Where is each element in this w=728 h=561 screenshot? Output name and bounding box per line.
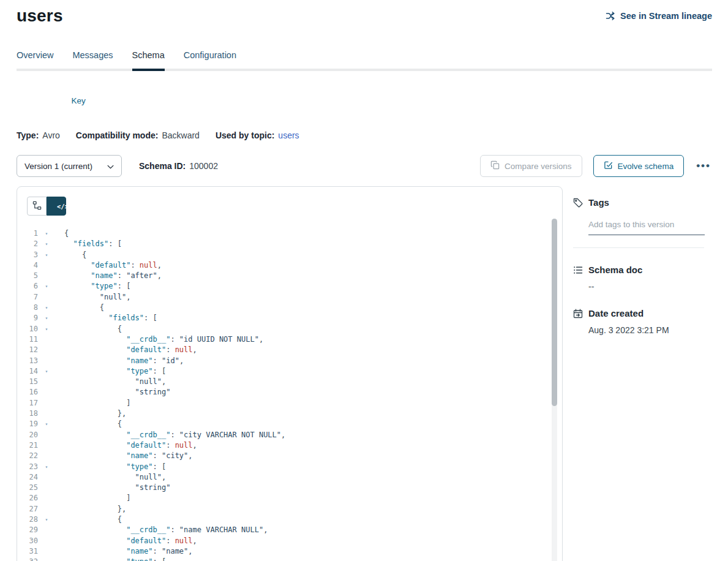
- code-text: "name": "city",: [51, 451, 193, 461]
- code-text: },: [51, 504, 126, 514]
- code-line: 5 "name": "after",: [17, 271, 562, 281]
- fold-arrow-icon[interactable]: ▾: [42, 324, 51, 334]
- code-line: 18 },: [17, 409, 562, 419]
- line-number: 16: [17, 387, 38, 397]
- code-text: "null",: [51, 377, 166, 387]
- fold-arrow-icon[interactable]: ▾: [42, 313, 51, 323]
- code-text: "type": [: [51, 462, 166, 472]
- evolve-schema-button[interactable]: Evolve schema: [593, 155, 685, 177]
- code-line: 24 "null",: [17, 472, 562, 483]
- fold-spacer: [42, 377, 51, 387]
- scrollbar-thumb[interactable]: [552, 219, 557, 406]
- fold-spacer: [42, 260, 51, 271]
- line-number: 23: [17, 462, 38, 472]
- code-text: "fields": [: [51, 313, 157, 323]
- fold-arrow-icon[interactable]: ▾: [42, 366, 51, 377]
- key-toggle-button[interactable]: Key: [68, 91, 89, 110]
- fold-arrow-icon[interactable]: ▾: [42, 303, 51, 313]
- date-created-value: Aug. 3 2022 3:21 PM: [588, 325, 712, 335]
- fold-arrow-icon[interactable]: ▾: [42, 557, 51, 561]
- fold-arrow-icon[interactable]: ▾: [42, 462, 51, 472]
- fold-spacer: [42, 345, 51, 355]
- code-line: 28▾ {: [17, 514, 562, 525]
- code-view-button[interactable]: </>: [47, 197, 66, 216]
- tree-view-button[interactable]: [27, 197, 47, 216]
- line-number: 1: [17, 228, 38, 239]
- schema-doc-heading: Schema doc: [588, 265, 642, 275]
- code-text: "__crdb__": "name VARCHAR NULL",: [51, 525, 268, 535]
- scrollbar-track[interactable]: [552, 219, 557, 561]
- tags-input[interactable]: [588, 219, 705, 235]
- code-text: "type": [: [51, 366, 166, 377]
- line-number: 31: [17, 546, 38, 557]
- tab-bar: Overview Messages Schema Configuration: [17, 50, 712, 71]
- code-text: "null",: [51, 472, 166, 483]
- fold-arrow-icon[interactable]: ▾: [42, 419, 51, 429]
- fold-spacer: [42, 451, 51, 461]
- line-number: 21: [17, 440, 38, 451]
- tag-icon: [573, 198, 583, 208]
- line-number: 8: [17, 303, 38, 313]
- fold-arrow-icon[interactable]: ▾: [42, 239, 51, 249]
- code-line: 15 "null",: [17, 377, 562, 387]
- code-line: 13 "name": "id",: [17, 356, 562, 366]
- more-options-button[interactable]: •••: [695, 159, 712, 173]
- code-text: {: [51, 514, 122, 525]
- code-line: 31 "name": "name",: [17, 546, 562, 557]
- fold-arrow-icon[interactable]: ▾: [42, 250, 51, 260]
- line-number: 22: [17, 451, 38, 461]
- code-line: 25 "string": [17, 483, 562, 493]
- schema-editor-panel: </> 1▾{2▾ "fields": [3▾ {4 "default": nu…: [17, 186, 563, 561]
- tab-configuration[interactable]: Configuration: [184, 50, 236, 69]
- page-header: users See in Stream lineage: [17, 0, 712, 26]
- schema-doc-value: --: [588, 282, 712, 292]
- code-text: "string": [51, 387, 170, 397]
- code-text: {: [51, 419, 122, 429]
- line-number: 17: [17, 398, 38, 409]
- code-text: "name": "id",: [51, 356, 184, 366]
- line-number: 25: [17, 483, 38, 493]
- compatibility-value: Backward: [162, 130, 199, 140]
- tab-schema[interactable]: Schema: [132, 50, 165, 69]
- fold-arrow-icon[interactable]: ▾: [42, 228, 51, 239]
- stream-lineage-link[interactable]: See in Stream lineage: [606, 11, 712, 21]
- line-number: 26: [17, 493, 38, 503]
- used-by-topic-label: Used by topic:: [216, 130, 274, 140]
- code-line: 1▾{: [17, 228, 562, 239]
- code-text: {: [51, 303, 104, 313]
- evolve-schema-icon: [604, 160, 613, 171]
- code-text: "fields": [: [51, 239, 122, 249]
- line-number: 6: [17, 281, 38, 292]
- code-text: "null",: [51, 292, 130, 303]
- fold-arrow-icon[interactable]: ▾: [42, 281, 51, 292]
- tab-overview[interactable]: Overview: [17, 50, 53, 69]
- code-text: {: [51, 228, 69, 239]
- schema-sidebar: Tags Schem: [569, 186, 712, 335]
- compare-versions-button[interactable]: Compare versions: [480, 155, 582, 177]
- line-number: 20: [17, 430, 38, 440]
- code-text: "default": null,: [51, 536, 197, 546]
- version-select[interactable]: Version 1 (current): [17, 155, 122, 177]
- stream-lineage-icon: [606, 11, 615, 21]
- type-label: Type:: [17, 130, 39, 140]
- compare-versions-icon: [490, 160, 500, 171]
- line-number: 9: [17, 313, 38, 323]
- code-text: "type": [: [51, 557, 166, 561]
- code-line: 32▾ "type": [: [17, 557, 562, 561]
- page-title: users: [17, 6, 63, 26]
- date-created-heading: Date created: [588, 308, 644, 318]
- code-line: 27 },: [17, 504, 562, 514]
- code-text: {: [51, 324, 122, 334]
- topic-link[interactable]: users: [278, 130, 299, 140]
- line-number: 24: [17, 472, 38, 483]
- line-number: 15: [17, 377, 38, 387]
- fold-arrow-icon[interactable]: ▾: [42, 514, 51, 525]
- value-toggle-button[interactable]: Value: [17, 91, 56, 110]
- fold-spacer: [42, 536, 51, 546]
- fold-spacer: [42, 387, 51, 397]
- chevron-down-icon: [107, 162, 114, 171]
- tab-messages[interactable]: Messages: [72, 50, 113, 69]
- line-number: 18: [17, 409, 38, 419]
- schema-doc-section: Schema doc --: [573, 265, 712, 292]
- code-line: 3▾ {: [17, 250, 562, 260]
